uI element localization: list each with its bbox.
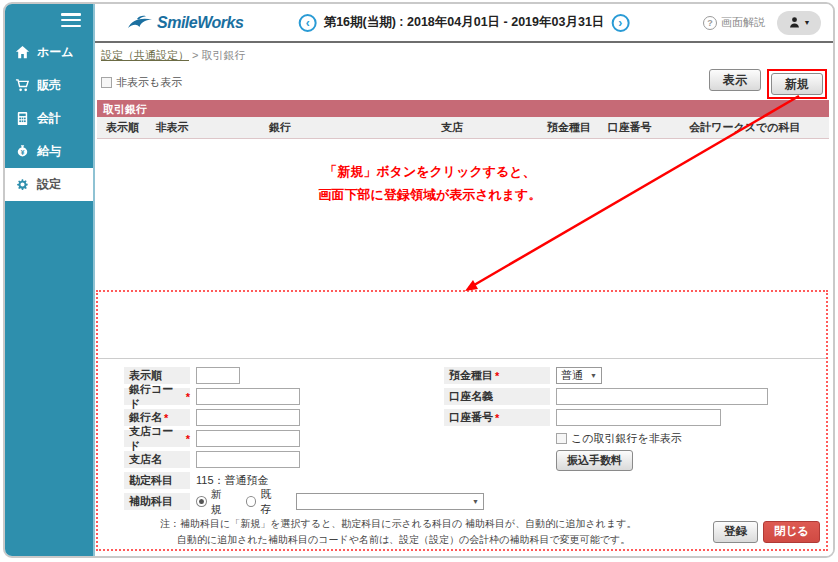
field-account-number: 口座番号* [444,409,804,426]
col-display-order: 表示順 [97,117,148,138]
transfer-fee-button[interactable]: 振込手数料 [556,450,633,471]
sub-account-new-label: 新規 [211,487,232,517]
sub-account-new-radio[interactable] [196,496,207,507]
screen-help-link[interactable]: ? 画面解説 [703,15,765,30]
sidebar-item-label: 給与 [37,143,61,160]
user-icon [788,16,801,29]
col-deposit-type: 預金種目 [540,117,599,138]
sidebar-item-home[interactable]: ホーム [5,36,93,69]
required-mark: * [495,370,499,382]
bank-code-input[interactable] [196,388,300,405]
registration-form: 表示順 銀行コード* 銀行名* 支店コード* [98,358,826,549]
col-hidden: 非表示 [148,117,196,138]
hamburger-menu-icon[interactable] [61,13,81,27]
show-button[interactable]: 表示 [709,69,761,91]
note-line2: 自動的に追加された補助科目のコードや名前は、設定（設定）の会計枠の補助科目で変更… [160,532,637,548]
deposit-type-select[interactable]: 普通▼ [556,367,602,384]
sidebar-item-label: 会計 [37,110,61,127]
required-mark: * [186,433,190,445]
field-label: 支店名 [129,452,162,467]
breadcrumb-settings-link[interactable]: 設定（共通設定） [101,49,189,61]
bank-table: 取引銀行 表示順 非表示 銀行 支店 預金種目 口座番号 会計ワークスでの科目 [97,100,829,139]
sidebar-item-sales[interactable]: 販売 [5,69,93,102]
annotation-line1: 「新規」ボタンをクリックすると、 [245,161,615,184]
period-next-button[interactable]: › [611,14,629,32]
field-branch-name: 支店名 [124,451,440,468]
top-header: SmileWorks ‹ 第16期(当期) : 2018年04月01日 - 20… [95,4,833,43]
sub-account-existing-label: 既存 [260,487,281,517]
cart-icon [15,78,30,93]
required-mark: * [495,412,499,424]
user-menu-button[interactable]: ▼ [777,11,821,35]
field-label: 預金種目 [449,368,493,383]
sidebar: ホーム 販売 会計 ¥ 給与 設定 [5,4,95,556]
required-mark: * [164,412,168,424]
question-icon: ? [703,16,717,30]
svg-text:¥: ¥ [21,149,25,156]
home-icon [15,45,30,60]
period-prev-button[interactable]: ‹ [299,14,317,32]
show-hidden-checkbox-row[interactable]: 非表示も表示 [101,75,182,90]
branch-name-input[interactable] [196,451,300,468]
show-hidden-checkbox[interactable] [101,77,112,88]
app-logo: SmileWorks [127,14,243,32]
breadcrumb: 設定（共通設定） > 取引銀行 [95,43,833,65]
bank-name-input[interactable] [196,409,300,426]
field-sub-account: 補助科目 新規 既存 ▼ [124,493,484,510]
sidebar-item-label: ホーム [37,44,74,61]
branch-code-input[interactable] [196,430,300,447]
calculator-icon [15,111,30,126]
display-order-input[interactable] [196,367,240,384]
field-label: 勘定科目 [129,473,173,488]
note-line1: 注：補助科目に「新規」を選択すると、勘定科目に示される科目の 補助科目が、自動的… [160,516,637,532]
col-branch: 支店 [364,117,540,138]
account-holder-input[interactable] [556,388,768,405]
hide-bank-checkbox-row: この取引銀行を非表示 [556,430,804,447]
breadcrumb-current: 取引銀行 [202,49,246,61]
sidebar-nav: ホーム 販売 会計 ¥ 給与 設定 [5,36,93,201]
register-button[interactable]: 登録 [713,521,758,543]
col-accounting-subject: 会計ワークスでの科目 [661,117,829,138]
account-number-input[interactable] [556,409,721,426]
table-title: 取引銀行 [97,100,829,117]
col-account-number: 口座番号 [598,117,660,138]
deposit-type-value: 普通 [561,368,583,383]
toolbar: 非表示も表示 表示 新規 [95,65,833,97]
page-content: 設定（共通設定） > 取引銀行 非表示も表示 表示 新規 取引銀行 [95,43,833,556]
field-branch-code: 支店コード* [124,430,440,447]
app-window: ホーム 販売 会計 ¥ 給与 設定 SmileWor [3,2,835,558]
fiscal-period-selector: ‹ 第16期(当期) : 2018年04月01日 - 2019年03月31日 › [299,14,630,32]
chevron-down-icon: ▼ [804,19,811,26]
field-account-holder: 口座名義 [444,388,804,405]
field-bank-code: 銀行コード* [124,388,440,405]
field-label: 支店コード [129,424,184,454]
field-label: 口座名義 [449,389,493,404]
chevron-down-icon: ▼ [590,372,597,379]
new-button-highlight-box: 新規 [767,69,827,99]
hide-bank-label: この取引銀行を非表示 [571,431,682,446]
sidebar-item-accounting[interactable]: 会計 [5,102,93,135]
sidebar-item-payroll[interactable]: ¥ 給与 [5,135,93,168]
close-button[interactable]: 閉じる [763,521,820,543]
help-label: 画面解説 [721,15,765,30]
form-note: 注：補助科目に「新規」を選択すると、勘定科目に示される科目の 補助科目が、自動的… [160,516,637,547]
sidebar-item-label: 販売 [37,77,61,94]
show-hidden-label: 非表示も表示 [116,75,182,90]
hide-bank-checkbox[interactable] [556,433,567,444]
sub-account-existing-radio[interactable] [246,496,257,507]
field-deposit-type: 預金種目* 普通▼ [444,367,804,384]
required-mark: * [186,391,190,403]
table-header-row: 表示順 非表示 銀行 支店 預金種目 口座番号 会計ワークスでの科目 [97,117,829,139]
payroll-icon: ¥ [15,144,30,159]
field-label: 銀行コード [129,382,184,412]
breadcrumb-separator: > [192,49,198,61]
chevron-down-icon: ▼ [472,498,479,505]
col-bank: 銀行 [196,117,364,138]
sub-account-select[interactable]: ▼ [296,493,485,510]
gear-icon [15,177,30,192]
annotation-text: 「新規」ボタンをクリックすると、 画面下部に登録領域が表示されます。 [245,161,615,207]
sidebar-item-settings[interactable]: 設定 [5,168,93,201]
new-button[interactable]: 新規 [771,73,823,95]
logo-text: SmileWorks [157,14,243,32]
registration-area: 表示順 銀行コード* 銀行名* 支店コード* [96,290,828,551]
